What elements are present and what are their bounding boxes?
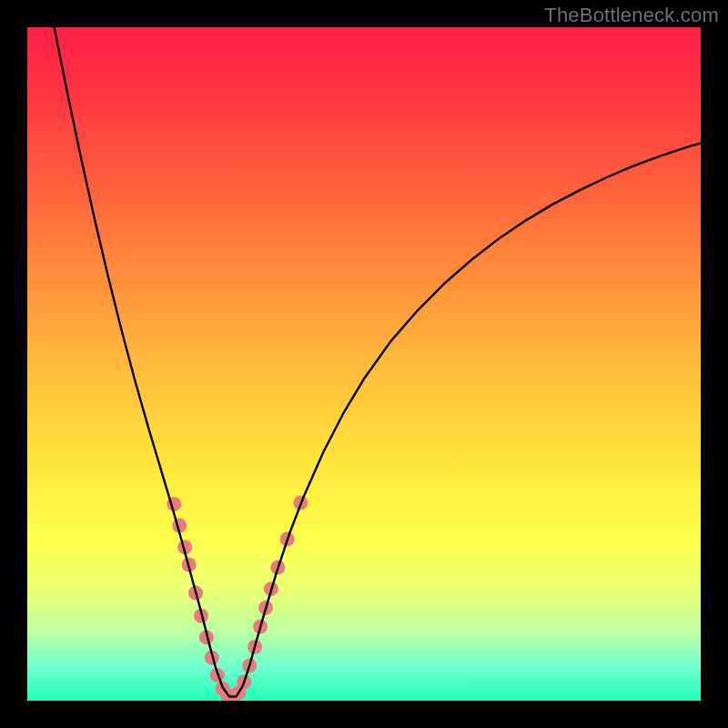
data-markers-under	[167, 495, 308, 701]
chart-frame: TheBottleneck.com	[0, 0, 728, 728]
watermark-text: TheBottleneck.com	[544, 4, 719, 27]
curve-layer	[27, 27, 701, 701]
bottleneck-curve	[55, 27, 701, 697]
plot-area	[27, 27, 701, 701]
